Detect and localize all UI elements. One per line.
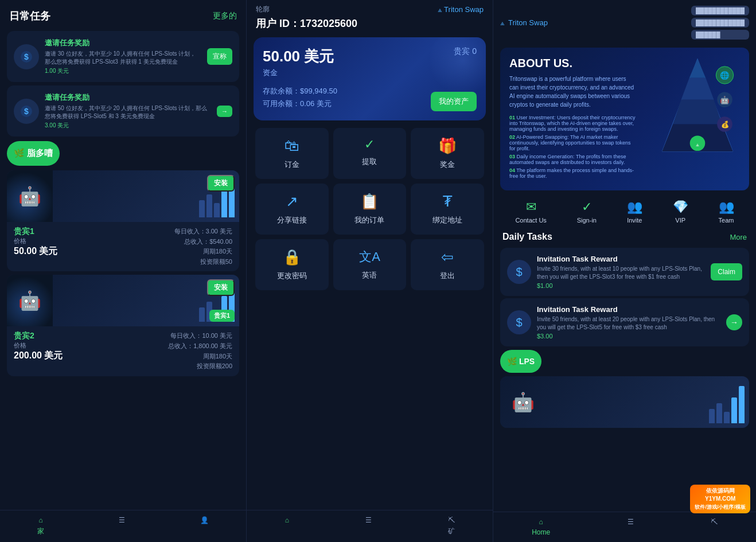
password-icon: 🔒 bbox=[283, 248, 301, 266]
right-task2-info: Invitation Task Reward Invite 50 friends… bbox=[537, 305, 720, 340]
mid-nav-menu[interactable]: ☰ bbox=[365, 516, 372, 536]
share-label: 分享链接 bbox=[277, 215, 307, 225]
mid-mine-icon: ⛏ bbox=[448, 516, 455, 524]
dollar-icon-1: $ bbox=[20, 50, 33, 64]
right-task2-title: Invitation Task Reward bbox=[537, 305, 720, 314]
right-menu-icon: ☰ bbox=[628, 518, 634, 526]
withdraw-icon: ✓ bbox=[364, 137, 375, 152]
task2-price: 3.00 美元 bbox=[45, 122, 211, 130]
left-more-link[interactable]: 更多的 bbox=[213, 11, 237, 21]
mid-nav-mine[interactable]: ⛏ 矿 bbox=[448, 516, 455, 536]
right-more-link[interactable]: More bbox=[730, 233, 747, 241]
user-icon: 👤 bbox=[200, 516, 209, 524]
team-action[interactable]: 👥 Team bbox=[719, 200, 734, 224]
grid-item-deposit[interactable]: 🛍 订金 bbox=[255, 128, 329, 179]
left-bottom-nav: ⌂ 家 ☰ 👤 bbox=[0, 510, 246, 542]
task1-claim-button[interactable]: 宣称 bbox=[207, 48, 232, 65]
about-step-4: 04 The platform makes the process simple… bbox=[509, 167, 636, 179]
vip-action[interactable]: 💎 VIP bbox=[673, 200, 688, 224]
left-scroll: $ 邀请任务奖励 邀请 30 位好友，其中至少 10 人拥有任何 LPS-Slo… bbox=[0, 28, 246, 542]
vip-icon: 💎 bbox=[673, 200, 688, 215]
task2-claim-button[interactable]: → bbox=[217, 106, 232, 117]
right-task1-desc: Invite 30 friends, with at least 10 peop… bbox=[537, 265, 705, 281]
product2-period: 周期180天 bbox=[168, 352, 232, 362]
contact-icon: ✉ bbox=[526, 200, 536, 215]
right-scroll: ABOUT US. Tritonswap is a powerful platf… bbox=[493, 45, 756, 542]
right-task1-icon: $ bbox=[507, 260, 531, 284]
left-product-1: 🤖 安装 贵宾1 价格 50.00 美元 每日收入：3.00 美元 bbox=[7, 170, 239, 271]
right-bottom-nav: ⌂ Home ☰ ⛏ bbox=[493, 512, 756, 542]
middle-scroll: 50.00 美元 资金 贵宾 0 存款余额：$99,949.50 可用余额：0.… bbox=[247, 37, 493, 542]
svg-marker-5 bbox=[689, 59, 706, 78]
rbar5 bbox=[739, 386, 745, 423]
product2-daily: 每日收入：10.00 美元 bbox=[168, 331, 232, 341]
left-nav-user[interactable]: 👤 bbox=[200, 516, 209, 536]
bind-label: 绑定地址 bbox=[432, 215, 462, 225]
bind-icon: ₮ bbox=[443, 193, 453, 210]
svg-text:🌐: 🌐 bbox=[720, 71, 730, 80]
signin-action[interactable]: ✓ Sign-in bbox=[577, 200, 597, 224]
grid-item-logout[interactable]: ⇦ 登出 bbox=[411, 239, 484, 290]
middle-bottom-nav: ⌂ ☰ ⛏ 矿 bbox=[247, 510, 493, 542]
contact-action[interactable]: ✉ Contact Us bbox=[515, 200, 546, 224]
my-assets-button[interactable]: 我的资产 bbox=[431, 92, 477, 111]
menu-icon: ☰ bbox=[119, 516, 125, 524]
product1-info: 贵宾1 价格 50.00 美元 每日收入：3.00 美元 总收入：$540.00… bbox=[7, 222, 239, 271]
contact-label: Contact Us bbox=[515, 217, 546, 224]
team-label: Team bbox=[719, 217, 734, 224]
task2-desc: 邀请 50 位好友，其中至少 20 人拥有任何 LPS-Slots 计划，那么您… bbox=[45, 104, 211, 120]
left-nav-menu[interactable]: ☰ bbox=[119, 516, 125, 536]
left-nav-home[interactable]: ⌂ 家 bbox=[37, 516, 44, 536]
logout-label: 登出 bbox=[440, 271, 455, 281]
product1-price: 50.00 美元 bbox=[14, 245, 57, 258]
grid-item-share[interactable]: ↗ 分享链接 bbox=[255, 184, 329, 235]
balance-card: 50.00 美元 资金 贵宾 0 存款余额：$99,949.50 可用余额：0.… bbox=[254, 37, 486, 120]
invite-action[interactable]: 👥 Invite bbox=[627, 200, 642, 224]
task1-desc: 邀请 30 位好友，其中至少 10 人拥有任何 LPS-Slots 计划，那么您… bbox=[45, 50, 201, 66]
grid-item-bind[interactable]: ₮ 绑定地址 bbox=[411, 184, 484, 235]
svg-text:⟁: ⟁ bbox=[696, 141, 699, 147]
task1-price: 1.00 关元 bbox=[45, 67, 201, 75]
product1-daily: 每日收入：3.00 美元 bbox=[174, 227, 232, 237]
rbar4 bbox=[731, 397, 737, 423]
right-lps-button[interactable]: 🌿 LPS bbox=[500, 350, 541, 373]
grid-item-password[interactable]: 🔒 更改密码 bbox=[255, 239, 329, 290]
home-icon: ⌂ bbox=[39, 516, 43, 524]
right-nav-mine[interactable]: ⛏ bbox=[711, 518, 718, 536]
mid-mine-label: 矿 bbox=[448, 527, 455, 536]
right-nav-home[interactable]: ⌂ Home bbox=[532, 518, 550, 536]
svg-text:$: $ bbox=[24, 107, 29, 116]
language-label: 英语 bbox=[362, 270, 377, 280]
grid-item-bonus[interactable]: 🎁 奖金 bbox=[411, 128, 484, 179]
triton-logo-text: Triton Swap bbox=[508, 18, 548, 27]
grid-menu: 🛍 订金 ✓ 提取 🎁 奖金 ↗ 分享链接 📋 我的订单 ₮ 绑 bbox=[254, 126, 486, 292]
left-lps-button[interactable]: 🌿 脂多嘈 bbox=[7, 141, 60, 166]
product1-install-button[interactable]: 安装 bbox=[207, 175, 235, 192]
right-task1-claim-button[interactable]: Claim bbox=[711, 263, 742, 280]
right-task-1: $ Invitation Task Reward Invite 30 frien… bbox=[500, 248, 749, 296]
triton-logo: ⟁ Triton Swap bbox=[500, 18, 548, 27]
right-task2-arrow-button[interactable]: → bbox=[726, 314, 742, 330]
mid-nav-home[interactable]: ⌂ bbox=[285, 516, 289, 536]
bonus-label: 奖金 bbox=[440, 159, 455, 170]
grid-item-orders[interactable]: 📋 我的订单 bbox=[333, 184, 407, 235]
right-task1-title: Invitation Task Reward bbox=[537, 255, 705, 263]
carousel-label: 轮廓 bbox=[256, 5, 270, 14]
signin-label: Sign-in bbox=[577, 217, 597, 224]
orders-icon: 📋 bbox=[360, 193, 379, 210]
product1-name: 贵宾1 bbox=[14, 227, 57, 237]
grid-item-language[interactable]: 文A 英语 bbox=[333, 239, 407, 290]
product2-install-button[interactable]: 安装 bbox=[207, 279, 235, 296]
right-nav-menu[interactable]: ☰ bbox=[628, 518, 634, 536]
withdraw-label: 提取 bbox=[362, 157, 377, 167]
daily-tasks-header: Daily Tasks More bbox=[493, 228, 756, 245]
product2-price: 200.00 美元 bbox=[14, 350, 63, 362]
left-top-bar: 日常任务 更多的 bbox=[0, 0, 246, 28]
watermark: 依依源码网Y1YM.COM软件/游戏/小程序/模板 bbox=[690, 485, 750, 513]
dollar-icon-2: $ bbox=[20, 104, 33, 118]
deposit-icon: 🛍 bbox=[285, 137, 299, 155]
right-product-robot: 🤖 bbox=[500, 376, 546, 428]
grid-item-withdraw[interactable]: ✓ 提取 bbox=[333, 128, 407, 179]
product1-period: 周期180天 bbox=[174, 247, 232, 257]
product2-robot: 🤖 bbox=[7, 275, 53, 326]
